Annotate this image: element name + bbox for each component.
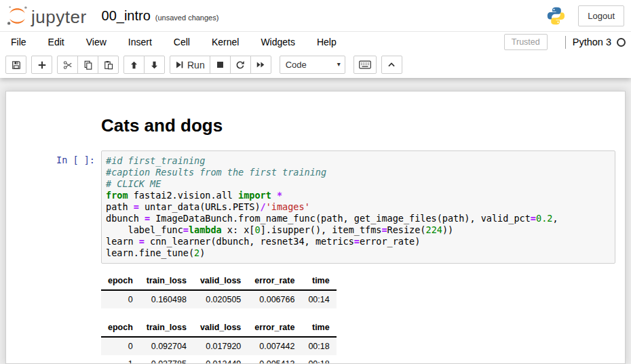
stop-icon: [216, 60, 225, 69]
table-cell: 0.005413: [248, 355, 301, 364]
code-line: dbunch = ImageDataBunch.from_name_func(p…: [106, 213, 611, 224]
kernel-divider: [565, 36, 566, 49]
markdown-heading: Cats and dogs: [101, 116, 223, 136]
menu-item-edit[interactable]: Edit: [37, 32, 75, 52]
table-cell: 1: [101, 355, 140, 364]
cell-type-select[interactable]: Code: [280, 56, 345, 74]
column-header: valid_loss: [193, 319, 248, 337]
training-output-table: epochtrain_lossvalid_losserror_ratetime0…: [101, 272, 337, 308]
toolbar-button-group: [31, 56, 52, 74]
table-cell: 0.017920: [193, 337, 248, 355]
toolbar-button-group: [381, 56, 402, 74]
add-cell-button[interactable]: [31, 56, 52, 74]
column-header: time: [301, 272, 336, 290]
arrow-down-icon: [150, 60, 159, 70]
menu-right: Trusted Python 3: [504, 34, 626, 50]
run-button[interactable]: Run: [170, 56, 210, 74]
python-logo-icon: [546, 6, 566, 26]
menu-bar: FileEditViewInsertCellKernelWidgetsHelp …: [0, 31, 631, 52]
input-prompt: In [ ]:: [6, 150, 101, 264]
code-line: learn = cnn_learner(dbunch, resnet34, me…: [106, 236, 611, 247]
logout-button[interactable]: Logout: [578, 5, 624, 26]
cell-type-select-wrap: Code▾: [280, 56, 345, 74]
menu-item-help[interactable]: Help: [306, 32, 347, 52]
restart-run-all-button[interactable]: [250, 56, 271, 74]
jupyter-logo[interactable]: jupyter: [6, 5, 87, 27]
cut-cell-button[interactable]: [57, 56, 78, 74]
table-cell: 0.160498: [140, 290, 193, 308]
step-forward-icon: [175, 60, 184, 69]
floppy-icon: [12, 60, 21, 70]
code-line: # CLICK ME: [106, 178, 611, 190]
checkpoint-status: (unsaved changes): [155, 10, 219, 22]
header-block: jupyter 00_intro (unsaved changes) Logou…: [0, 0, 631, 78]
column-header: train_loss: [140, 272, 193, 290]
code-editor[interactable]: #id first_training#caption Results from …: [101, 150, 615, 264]
scissors-icon: [63, 60, 73, 70]
code-line: #id first_training: [106, 155, 611, 167]
plus-icon: [37, 60, 47, 70]
menu-item-view[interactable]: View: [75, 32, 117, 52]
menu-item-insert[interactable]: Insert: [117, 32, 163, 52]
notebook-title[interactable]: 00_intro: [102, 8, 151, 24]
copy-cell-button[interactable]: [77, 56, 98, 74]
keyboard-icon: [359, 60, 371, 69]
column-header: error_rate: [248, 319, 301, 337]
paste-cell-button[interactable]: [98, 56, 119, 74]
table-cell: 0.020505: [193, 290, 248, 308]
code-line: #caption Results from the first training: [106, 167, 611, 178]
move-cell-up-button[interactable]: [123, 56, 145, 74]
column-header: train_loss: [140, 319, 193, 337]
code-line: learn.fine_tune(2): [106, 247, 611, 259]
output-area: epochtrain_lossvalid_losserror_ratetime0…: [101, 272, 615, 364]
table-row: 10.0277850.0124490.00541300:18: [101, 355, 337, 364]
trusted-button[interactable]: Trusted: [504, 34, 548, 50]
markdown-cell[interactable]: Cats and dogs: [6, 116, 615, 150]
toolbar-button-group: [123, 56, 165, 74]
markdown-prompt-gutter: [6, 116, 101, 150]
code-line: label_func=lambda x: x[0].isupper(), ite…: [106, 224, 611, 236]
column-header: epoch: [101, 319, 140, 337]
notebook-header: jupyter 00_intro (unsaved changes) Logou…: [0, 0, 631, 31]
table-cell: 0: [101, 290, 140, 308]
column-header: valid_loss: [193, 272, 248, 290]
restart-icon: [235, 60, 245, 70]
table-row: 00.0927040.0179200.00744200:18: [101, 337, 337, 355]
fast-forward-icon: [256, 60, 265, 69]
interrupt-kernel-button[interactable]: [210, 56, 231, 74]
site-background: Cats and dogs In [ ]: #id first_training…: [0, 78, 631, 364]
menu-item-file[interactable]: File: [0, 32, 37, 52]
code-cell[interactable]: In [ ]: #id first_training#caption Resul…: [6, 150, 615, 264]
chevron-up-icon: [387, 60, 396, 69]
table-cell: 0: [101, 337, 140, 355]
menu-item-widgets[interactable]: Widgets: [250, 32, 306, 52]
menu-item-cell[interactable]: Cell: [163, 32, 201, 52]
toolbar-button-group: [5, 56, 26, 74]
scroll-up-button[interactable]: [381, 56, 402, 74]
restart-kernel-button[interactable]: [230, 56, 251, 74]
arrow-up-icon: [130, 60, 138, 70]
column-header: error_rate: [248, 272, 301, 290]
kernel-idle-icon: [617, 38, 626, 47]
column-header: time: [301, 319, 336, 337]
table-cell: 00:18: [301, 337, 336, 355]
table-cell: 0.007442: [248, 337, 301, 355]
table-cell: 0.092704: [140, 337, 193, 355]
save-button[interactable]: [5, 56, 26, 74]
move-cell-down-button[interactable]: [144, 56, 165, 74]
menu-item-kernel[interactable]: Kernel: [201, 32, 250, 52]
toolbar-button-group: Run: [170, 56, 271, 74]
jupyter-planet-icon: [6, 5, 28, 27]
run-button-label: Run: [187, 60, 205, 70]
table-cell: 0.027785: [140, 355, 193, 364]
toolbar-button-group: [353, 56, 377, 74]
table-cell: 0.012449: [193, 355, 248, 364]
toolbar: RunCode▾: [0, 52, 631, 78]
kernel-name: Python 3: [573, 37, 611, 47]
command-palette-button[interactable]: [353, 56, 377, 74]
copy-icon: [83, 60, 93, 70]
jupyter-notebook-app: jupyter 00_intro (unsaved changes) Logou…: [0, 0, 631, 364]
jupyter-logo-text: jupyter: [31, 8, 87, 27]
training-output-table: epochtrain_lossvalid_losserror_ratetime0…: [101, 319, 337, 364]
table-cell: 00:14: [301, 290, 336, 308]
